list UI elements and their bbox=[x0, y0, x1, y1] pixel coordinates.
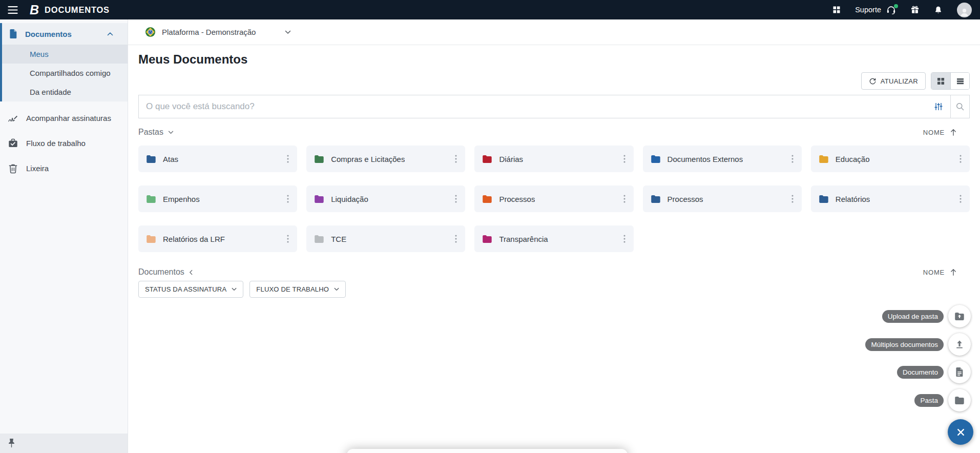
sidebar-item-compartilhados[interactable]: Compartilhados comigo bbox=[2, 64, 128, 83]
new-folder-button[interactable] bbox=[948, 389, 971, 411]
list-view-button[interactable] bbox=[950, 73, 969, 89]
folder-card[interactable]: Educação bbox=[811, 146, 970, 172]
folder-card[interactable]: Documentos Externos bbox=[643, 146, 802, 172]
entity-name: Plataforma - Demonstração bbox=[162, 28, 256, 36]
bell-icon[interactable] bbox=[934, 6, 943, 14]
kebab-menu-icon[interactable] bbox=[788, 193, 797, 205]
page-title: Meus Documentos bbox=[138, 52, 970, 67]
search-bar bbox=[138, 95, 970, 118]
kebab-menu-icon[interactable] bbox=[956, 153, 965, 165]
folder-name: Relatórios da LRF bbox=[163, 235, 225, 243]
folder-name: Transparência bbox=[499, 235, 548, 243]
kebab-menu-icon[interactable] bbox=[788, 153, 797, 165]
kebab-menu-icon[interactable] bbox=[956, 193, 965, 205]
menu-hamburger-icon[interactable] bbox=[8, 6, 18, 14]
search-icon bbox=[955, 102, 965, 111]
user-avatar[interactable] bbox=[957, 3, 972, 17]
folder-card[interactable]: Atas bbox=[138, 146, 297, 172]
multiple-documents-button[interactable] bbox=[948, 333, 971, 356]
folder-card[interactable]: Transparência bbox=[474, 225, 633, 252]
filter-tune-icon[interactable] bbox=[933, 101, 944, 112]
folder-card[interactable]: TCE bbox=[306, 225, 465, 252]
headset-icon bbox=[886, 6, 896, 14]
gift-icon[interactable] bbox=[910, 5, 920, 14]
folder-card[interactable]: Diárias bbox=[474, 146, 633, 172]
folder-icon bbox=[482, 234, 492, 243]
kebab-menu-icon[interactable] bbox=[452, 193, 460, 205]
chevron-up-icon[interactable] bbox=[107, 32, 113, 36]
fab-action-document: Documento bbox=[897, 361, 971, 383]
folder-name: Empenhos bbox=[163, 195, 200, 203]
search-box[interactable] bbox=[138, 95, 951, 118]
folder-name: Educação bbox=[836, 155, 870, 163]
sort-ascending-icon bbox=[950, 268, 957, 276]
folder-card[interactable]: Relatórios bbox=[811, 186, 970, 212]
entity-selector[interactable]: Plataforma - Demonstração bbox=[128, 19, 980, 45]
folders-sort-control[interactable]: NOME bbox=[923, 128, 970, 136]
close-icon bbox=[956, 428, 965, 437]
kebab-menu-icon[interactable] bbox=[620, 153, 629, 165]
apps-grid-icon[interactable] bbox=[832, 6, 841, 14]
fab-close-button[interactable] bbox=[948, 419, 973, 445]
topbar: B DOCUMENTOS Suporte bbox=[0, 0, 980, 19]
signature-icon bbox=[8, 113, 18, 123]
folder-name: Atas bbox=[163, 155, 178, 163]
list-view-icon bbox=[956, 77, 964, 85]
folder-icon bbox=[651, 154, 661, 163]
sidebar-item-documentos[interactable]: Documentos bbox=[2, 23, 128, 45]
folders-section-toggle[interactable]: Pastas bbox=[138, 128, 174, 137]
pin-sidebar-icon[interactable] bbox=[8, 438, 15, 448]
kebab-menu-icon[interactable] bbox=[452, 233, 460, 245]
refresh-icon bbox=[869, 77, 877, 85]
search-input[interactable] bbox=[146, 101, 933, 112]
kebab-menu-icon[interactable] bbox=[284, 193, 292, 205]
refresh-button[interactable]: ATUALIZAR bbox=[861, 72, 926, 90]
sidebar-item-label: Lixeira bbox=[26, 164, 49, 173]
folder-card[interactable]: Empenhos bbox=[138, 186, 297, 212]
refresh-label: ATUALIZAR bbox=[881, 77, 918, 85]
folder-card[interactable]: Processos bbox=[643, 186, 802, 212]
chevron-down-icon bbox=[168, 131, 174, 134]
person-icon bbox=[959, 7, 970, 17]
kebab-menu-icon[interactable] bbox=[620, 193, 629, 205]
sidebar: Documentos Meus Compartilhados comigo Da… bbox=[0, 19, 128, 453]
sidebar-item-da-entidade[interactable]: Da entidade bbox=[2, 83, 128, 101]
kebab-menu-icon[interactable] bbox=[284, 153, 292, 165]
sort-ascending-icon bbox=[950, 128, 957, 136]
folder-icon bbox=[314, 194, 324, 203]
filter-status-assinatura[interactable]: STATUS DA ASSINATURA bbox=[138, 281, 243, 298]
folder-icon bbox=[819, 194, 829, 203]
filter-label: FLUXO DE TRABALHO bbox=[256, 285, 329, 293]
support-button[interactable]: Suporte bbox=[855, 6, 896, 14]
sidebar-item-fluxo-de-trabalho[interactable]: Fluxo de trabalho bbox=[0, 133, 128, 153]
filter-fluxo-trabalho[interactable]: FLUXO DE TRABALHO bbox=[249, 281, 346, 298]
main-content: Plataforma - Demonstração Meus Documento… bbox=[128, 19, 980, 453]
folder-card[interactable]: Relatórios da LRF bbox=[138, 225, 297, 252]
document-icon bbox=[9, 29, 18, 39]
topbar-actions: Suporte bbox=[832, 3, 972, 17]
upload-icon bbox=[954, 339, 965, 349]
bottom-sheet-shadow bbox=[347, 449, 628, 453]
kebab-menu-icon[interactable] bbox=[284, 233, 292, 245]
documents-section-title: Documentos bbox=[138, 267, 184, 277]
new-document-button[interactable] bbox=[948, 361, 971, 383]
chevron-down-icon[interactable] bbox=[285, 30, 291, 34]
folder-card[interactable]: Processos bbox=[474, 186, 633, 212]
folder-card[interactable]: Compras e Licitações bbox=[306, 146, 465, 172]
folder-icon bbox=[651, 194, 661, 203]
folder-name: Processos bbox=[499, 195, 535, 203]
upload-folder-button[interactable] bbox=[948, 305, 971, 327]
kebab-menu-icon[interactable] bbox=[620, 233, 629, 245]
search-button[interactable] bbox=[950, 95, 970, 118]
folder-card[interactable]: Liquidação bbox=[306, 186, 465, 212]
grid-view-button[interactable] bbox=[931, 73, 950, 89]
fab-action-folder: Pasta bbox=[914, 389, 971, 411]
kebab-menu-icon[interactable] bbox=[452, 153, 460, 165]
coat-of-arms-icon bbox=[145, 27, 156, 37]
sidebar-item-lixeira[interactable]: Lixeira bbox=[0, 158, 128, 178]
documents-sort-control[interactable]: NOME bbox=[923, 268, 970, 276]
sidebar-item-meus[interactable]: Meus bbox=[2, 45, 128, 64]
documents-section-toggle[interactable]: Documentos bbox=[138, 267, 193, 277]
fab-action-label: Documento bbox=[897, 366, 944, 379]
sidebar-item-acompanhar-assinaturas[interactable]: Acompanhar assinaturas bbox=[0, 108, 128, 128]
